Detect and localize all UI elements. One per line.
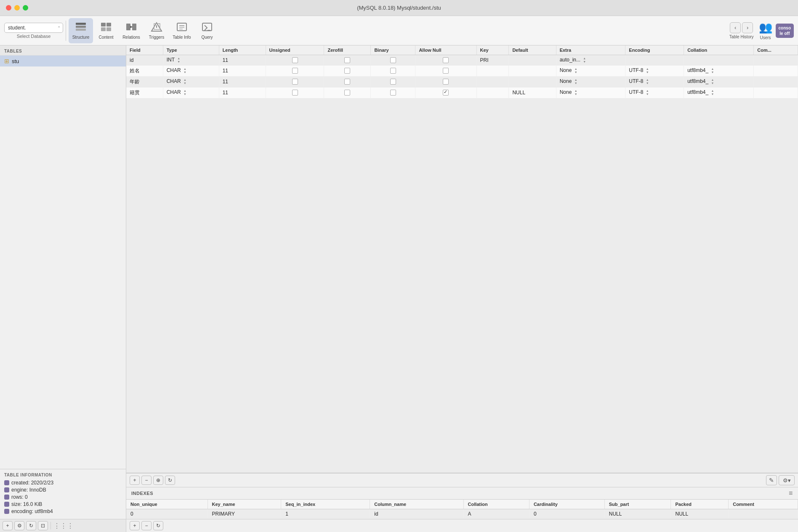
- type-stepper[interactable]: ▲▼: [646, 67, 649, 74]
- db-select-wrap: student.: [4, 23, 63, 33]
- checkbox[interactable]: [443, 68, 449, 74]
- checkbox[interactable]: [292, 57, 298, 63]
- checkbox[interactable]: [443, 79, 449, 85]
- type-stepper[interactable]: ▲▼: [711, 89, 714, 96]
- type-stepper[interactable]: ▲▼: [583, 57, 586, 63]
- cell-zerofill: [324, 87, 371, 98]
- cell-allownull: [415, 76, 476, 87]
- info-size: size: 16.0 KiB: [4, 501, 122, 507]
- sidebar-item-stu[interactable]: ⊞ stu: [0, 56, 126, 66]
- cell-comment: [754, 55, 798, 66]
- type-stepper[interactable]: ▲▼: [184, 78, 186, 85]
- type-stepper[interactable]: ▲▼: [575, 78, 577, 85]
- info-created: created: 2020/2/23: [4, 480, 122, 486]
- type-stepper[interactable]: ▲▼: [184, 67, 186, 74]
- svg-rect-8: [132, 24, 136, 30]
- struct-remove-button[interactable]: −: [141, 476, 152, 485]
- info-dot-rows: [4, 495, 9, 500]
- relations-button[interactable]: Relations: [119, 18, 144, 43]
- cell-default: [509, 76, 556, 87]
- triggers-icon: [151, 22, 162, 34]
- cell-binary: [371, 76, 415, 87]
- users-label: Users: [760, 35, 771, 40]
- indexes-table: Non_unique Key_name Seq_in_index Column_…: [126, 500, 798, 519]
- struct-edit-button[interactable]: ✎: [766, 475, 777, 485]
- close-button[interactable]: [6, 5, 11, 11]
- idx-remove-button[interactable]: −: [141, 521, 152, 530]
- table-row[interactable]: 年龄 CHAR ▲▼ 11 None ▲▼ UTF-8 ▲▼ utf8mb4_ …: [126, 76, 798, 87]
- table-row[interactable]: 0 PRIMARY 1 id A 0 NULL NULL: [126, 509, 798, 519]
- sidebar-add-button[interactable]: +: [3, 521, 13, 530]
- cell-unsigned: [266, 87, 324, 98]
- checkbox[interactable]: [390, 90, 396, 96]
- relations-label: Relations: [122, 35, 140, 40]
- struct-settings-button[interactable]: ⚙▾: [779, 475, 795, 485]
- cell-zerofill: [324, 65, 371, 76]
- checkbox[interactable]: [443, 57, 449, 63]
- sidebar-info-button[interactable]: ⊡: [38, 521, 48, 530]
- type-stepper[interactable]: ▲▼: [575, 89, 577, 96]
- nav-next-button[interactable]: ›: [742, 22, 753, 33]
- struct-add-below-button[interactable]: ⊕: [153, 476, 163, 485]
- structure-table: Field Type Length Unsigned Zerofill Bina…: [126, 45, 798, 98]
- checkbox[interactable]: [292, 79, 298, 85]
- main-area: TABLES ⊞ stu TABLE INFORMATION created: …: [0, 45, 798, 532]
- svg-rect-13: [177, 23, 186, 31]
- window-title: (MySQL 8.0.18) Mysql/student./stu: [357, 5, 441, 11]
- structure-table-wrap: Field Type Length Unsigned Zerofill Bina…: [126, 45, 798, 473]
- type-stepper[interactable]: ▲▼: [711, 78, 714, 85]
- titlebar: (MySQL 8.0.18) Mysql/student./stu: [0, 0, 798, 16]
- type-stepper[interactable]: ▲▼: [646, 89, 649, 96]
- structure-header-row: Field Type Length Unsigned Zerofill Bina…: [126, 45, 798, 55]
- indexes-menu-icon[interactable]: ≡: [789, 489, 793, 497]
- console-button[interactable]: console off: [776, 24, 794, 38]
- sidebar-refresh-button[interactable]: ↻: [26, 521, 36, 530]
- svg-rect-2: [76, 29, 86, 31]
- table-row[interactable]: id INT ▲▼ 11 PRI auto_in... ▲▼: [126, 55, 798, 66]
- cell-binary: [371, 55, 415, 66]
- struct-refresh-button[interactable]: ↻: [165, 476, 175, 485]
- table-row[interactable]: 籍贯 CHAR ▲▼ 11 NULL None ▲▼ UTF-8 ▲▼ utf8…: [126, 87, 798, 98]
- checkbox[interactable]: [390, 79, 396, 85]
- cell-comment: [754, 87, 798, 98]
- cell-type: INT ▲▼: [163, 55, 219, 66]
- sidebar-gear-button[interactable]: ⚙: [14, 521, 24, 530]
- col-binary: Binary: [371, 45, 415, 55]
- checkbox[interactable]: [344, 79, 350, 85]
- content-button[interactable]: Content: [94, 18, 118, 43]
- minimize-button[interactable]: [14, 5, 20, 11]
- checkbox[interactable]: [443, 90, 449, 96]
- structure-button[interactable]: Structure: [69, 18, 93, 43]
- sidebar-resize-handle[interactable]: ⋮⋮⋮: [53, 522, 74, 530]
- table-row[interactable]: 姓名 CHAR ▲▼ 11 None ▲▼ UTF-8 ▲▼ utf8mb4_ …: [126, 65, 798, 76]
- checkbox[interactable]: [344, 68, 350, 74]
- tableinfo-button[interactable]: Table Info: [170, 18, 194, 43]
- idx-refresh-button[interactable]: ↻: [153, 521, 163, 530]
- idx-cell-packed: NULL: [671, 509, 729, 519]
- maximize-button[interactable]: [23, 5, 28, 11]
- checkbox[interactable]: [344, 57, 350, 63]
- cell-length: 11: [219, 55, 266, 66]
- query-label: Query: [201, 35, 213, 40]
- checkbox[interactable]: [292, 68, 298, 74]
- checkbox[interactable]: [390, 68, 396, 74]
- triggers-button[interactable]: Triggers: [144, 18, 169, 43]
- cell-collation: utf8mb4_ ▲▼: [684, 87, 754, 98]
- idx-add-button[interactable]: +: [130, 521, 140, 530]
- checkbox[interactable]: [292, 90, 298, 96]
- cell-extra: None ▲▼: [556, 65, 625, 76]
- db-select[interactable]: student.: [4, 23, 63, 33]
- type-stepper[interactable]: ▲▼: [646, 78, 649, 85]
- checkbox[interactable]: [344, 90, 350, 96]
- type-stepper[interactable]: ▲▼: [184, 89, 186, 96]
- type-stepper[interactable]: ▲▼: [177, 57, 180, 63]
- query-button[interactable]: Query: [195, 18, 219, 43]
- struct-add-button[interactable]: +: [130, 476, 140, 485]
- cell-default: NULL: [509, 87, 556, 98]
- type-stepper[interactable]: ▲▼: [575, 67, 577, 74]
- svg-rect-4: [106, 23, 111, 27]
- type-stepper[interactable]: ▲▼: [711, 67, 714, 74]
- nav-prev-button[interactable]: ‹: [730, 22, 741, 33]
- struct-bottom-toolbar: + − ⊕ ↻ ✎ ⚙▾: [126, 473, 798, 487]
- checkbox[interactable]: [390, 57, 396, 63]
